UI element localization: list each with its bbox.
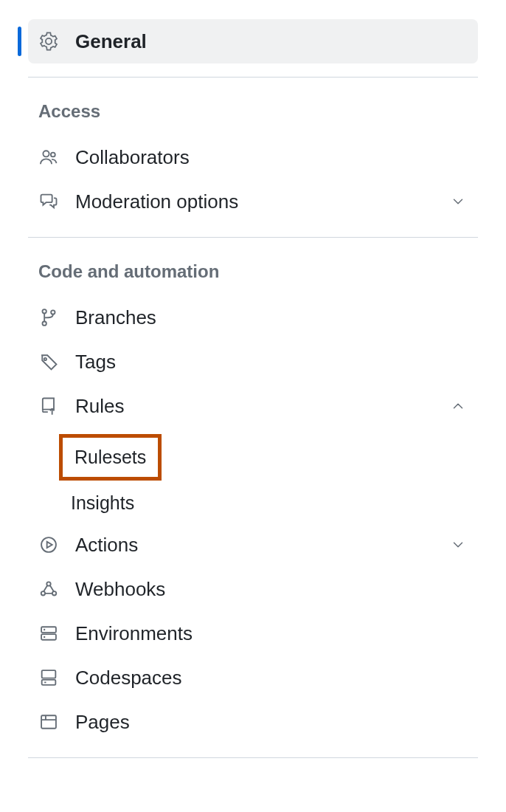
- svg-rect-15: [42, 680, 56, 685]
- svg-point-0: [43, 151, 49, 156]
- sidebar-item-codespaces[interactable]: Codespaces: [28, 656, 478, 700]
- sidebar-subitem-rulesets[interactable]: Rulesets: [59, 434, 162, 481]
- svg-rect-14: [42, 670, 56, 678]
- svg-point-6: [41, 537, 56, 552]
- svg-point-4: [51, 310, 55, 314]
- sidebar-item-actions[interactable]: Actions: [28, 523, 478, 567]
- sidebar-item-label: General: [75, 32, 468, 51]
- chevron-down-icon: [448, 192, 468, 211]
- sidebar-item-label: Collaborators: [75, 148, 468, 167]
- gear-icon: [38, 31, 59, 52]
- svg-point-5: [44, 358, 46, 360]
- sidebar-item-rules[interactable]: Rules: [28, 384, 478, 428]
- sidebar-item-pages[interactable]: Pages: [28, 700, 478, 744]
- sidebar-item-label: Environments: [75, 624, 468, 643]
- svg-point-2: [42, 309, 46, 313]
- server-icon: [38, 623, 59, 644]
- repo-push-icon: [38, 396, 59, 416]
- tag-icon: [38, 351, 59, 372]
- svg-point-1: [51, 153, 55, 157]
- webhook-icon: [38, 579, 59, 599]
- svg-rect-16: [41, 715, 56, 729]
- svg-point-9: [52, 591, 56, 595]
- svg-point-12: [44, 629, 45, 630]
- play-circle-icon: [38, 534, 59, 555]
- git-branch-icon: [38, 307, 59, 328]
- svg-point-8: [41, 591, 45, 595]
- people-icon: [38, 147, 59, 168]
- section-heading-code-automation: Code and automation: [28, 238, 478, 295]
- sidebar-item-label: Rules: [75, 396, 448, 416]
- sidebar-item-tags[interactable]: Tags: [28, 340, 478, 384]
- browser-icon: [38, 712, 59, 732]
- sidebar-item-label: Codespaces: [75, 668, 468, 687]
- sidebar-item-branches[interactable]: Branches: [28, 295, 478, 340]
- sidebar-item-label: Actions: [75, 535, 448, 554]
- sidebar-item-collaborators[interactable]: Collaborators: [28, 135, 478, 179]
- sidebar-item-webhooks[interactable]: Webhooks: [28, 567, 478, 611]
- rules-submenu: Rulesets Insights: [28, 428, 478, 523]
- sidebar-item-moderation[interactable]: Moderation options: [28, 179, 478, 224]
- sidebar-item-general[interactable]: General: [28, 19, 478, 63]
- sidebar-item-label: Moderation options: [75, 192, 448, 211]
- sidebar-item-label: Pages: [75, 712, 468, 732]
- svg-point-3: [42, 321, 46, 325]
- sidebar-item-label: Branches: [75, 308, 468, 327]
- section-heading-access: Access: [28, 78, 478, 135]
- svg-point-13: [44, 636, 45, 638]
- sidebar-item-environments[interactable]: Environments: [28, 611, 478, 656]
- svg-point-7: [46, 582, 50, 585]
- codespaces-icon: [38, 667, 59, 688]
- sidebar-item-label: Tags: [75, 352, 468, 371]
- sidebar-subitem-insights[interactable]: Insights: [59, 484, 146, 523]
- sidebar-item-label: Webhooks: [75, 579, 468, 599]
- chevron-up-icon: [448, 396, 468, 416]
- active-indicator: [18, 27, 21, 56]
- chevron-down-icon: [448, 535, 468, 554]
- comment-discussion-icon: [38, 191, 59, 212]
- divider: [28, 757, 478, 758]
